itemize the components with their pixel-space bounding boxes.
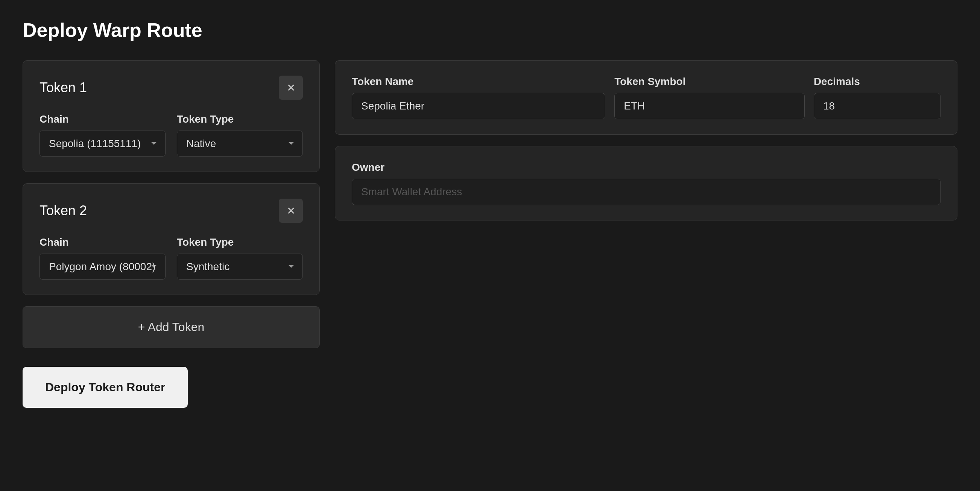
token1-close-button[interactable]: ✕ [279, 76, 303, 100]
token2-header: Token 2 ✕ [40, 199, 303, 223]
token-info-fields: Token Name Token Symbol Decimals [352, 76, 940, 119]
token1-chain-select[interactable]: Sepolia (11155111) Ethereum Mainnet Poly… [40, 131, 165, 156]
left-panel: Token 1 ✕ Chain Sepolia (11155111) Ether… [22, 60, 320, 408]
token-symbol-group: Token Symbol [614, 76, 805, 119]
main-layout: Token 1 ✕ Chain Sepolia (11155111) Ether… [22, 60, 958, 408]
deploy-button[interactable]: Deploy Token Router [22, 367, 188, 408]
token2-title: Token 2 [40, 203, 87, 218]
token-decimals-group: Decimals [814, 76, 940, 119]
token2-type-select[interactable]: Native Synthetic Collateral [177, 253, 303, 279]
page-title: Deploy Warp Route [22, 19, 958, 41]
token-name-label: Token Name [352, 76, 605, 88]
token2-card: Token 2 ✕ Chain Polygon Amoy (80002) Eth… [22, 183, 320, 295]
add-token-button[interactable]: + Add Token [22, 306, 320, 348]
token1-header: Token 1 ✕ [40, 76, 303, 100]
token2-chain-label: Chain [40, 236, 165, 248]
owner-card: Owner [335, 146, 958, 220]
token-name-input[interactable] [352, 93, 605, 119]
token-info-card: Token Name Token Symbol Decimals [335, 60, 958, 135]
owner-field-group: Owner [352, 161, 940, 205]
token2-chain-group: Chain Polygon Amoy (80002) Ethereum Main… [40, 236, 165, 279]
token1-fields: Chain Sepolia (11155111) Ethereum Mainne… [40, 113, 303, 156]
token1-type-group: Token Type Native Synthetic Collateral [177, 113, 303, 156]
token-decimals-label: Decimals [814, 76, 940, 88]
token-decimals-input[interactable] [814, 93, 940, 119]
token1-card: Token 1 ✕ Chain Sepolia (11155111) Ether… [22, 60, 320, 172]
token1-type-select[interactable]: Native Synthetic Collateral [177, 131, 303, 156]
token-symbol-label: Token Symbol [614, 76, 805, 88]
token2-close-button[interactable]: ✕ [279, 199, 303, 223]
token-name-group: Token Name [352, 76, 605, 119]
token1-chain-group: Chain Sepolia (11155111) Ethereum Mainne… [40, 113, 165, 156]
token1-title: Token 1 [40, 80, 87, 96]
right-panel: Token Name Token Symbol Decimals Owner [335, 60, 958, 220]
token-symbol-input[interactable] [614, 93, 805, 119]
owner-label: Owner [352, 161, 940, 174]
owner-input[interactable] [352, 179, 940, 205]
token1-type-label: Token Type [177, 113, 303, 125]
token2-type-group: Token Type Native Synthetic Collateral [177, 236, 303, 279]
token2-type-label: Token Type [177, 236, 303, 248]
token2-chain-select[interactable]: Polygon Amoy (80002) Ethereum Mainnet Se… [40, 253, 165, 279]
token2-close-icon: ✕ [287, 205, 295, 217]
token1-close-icon: ✕ [287, 82, 295, 94]
token1-chain-label: Chain [40, 113, 165, 125]
token2-fields: Chain Polygon Amoy (80002) Ethereum Main… [40, 236, 303, 279]
